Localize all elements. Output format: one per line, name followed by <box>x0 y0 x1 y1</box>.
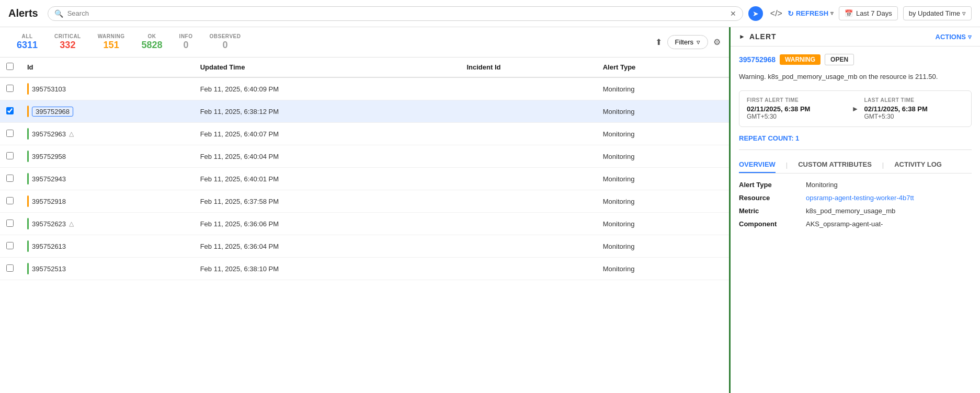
stat-critical[interactable]: CRITICAL 332 <box>46 31 89 53</box>
tab-custom-attributes[interactable]: CUSTOM ATTRIBUTES <box>798 157 872 173</box>
filters-caret-icon: ▿ <box>697 38 700 46</box>
sort-button[interactable]: by Updated Time ▿ <box>903 6 972 20</box>
alert-message: Warning. k8s_pod_memory_usage_mb on the … <box>739 72 972 82</box>
row-checkbox-cell[interactable] <box>0 213 21 235</box>
select-all-header[interactable] <box>0 57 21 77</box>
col-id[interactable]: Id <box>21 57 194 77</box>
repeat-count-value: 1 <box>795 134 799 142</box>
col-incident[interactable]: Incident Id <box>460 57 596 77</box>
row-checkbox[interactable] <box>6 219 14 227</box>
row-id-cell[interactable]: 395752513 <box>21 258 194 280</box>
row-updated-time: Feb 11, 2025, 6:37:58 PM <box>194 190 461 213</box>
clear-search-icon[interactable]: ✕ <box>730 9 736 18</box>
table-row[interactable]: 395752918 Feb 11, 2025, 6:37:58 PM Monit… <box>0 190 729 213</box>
detail-field-value[interactable]: opsramp-agent-testing-worker-4b7tt <box>806 194 914 202</box>
row-checkbox[interactable] <box>6 175 14 182</box>
row-updated-time: Feb 11, 2025, 6:36:06 PM <box>194 213 461 235</box>
row-id-cell[interactable]: 395752623 △ <box>21 213 194 235</box>
row-alert-type: Monitoring <box>597 213 729 235</box>
stat-info[interactable]: INFO 0 <box>171 31 201 53</box>
row-checkbox[interactable] <box>6 107 14 114</box>
severity-indicator <box>27 106 29 117</box>
detail-row: Alert Type Monitoring <box>739 181 972 189</box>
table-row[interactable]: 395752623 △ Feb 11, 2025, 6:36:06 PM Mon… <box>0 213 729 235</box>
row-checkbox-cell[interactable] <box>0 258 21 280</box>
row-checkbox-cell[interactable] <box>0 123 21 145</box>
table-row[interactable]: 395752513 Feb 11, 2025, 6:38:10 PM Monit… <box>0 258 729 280</box>
table-row[interactable]: 395752958 Feb 11, 2025, 6:40:04 PM Monit… <box>0 145 729 168</box>
refresh-dropdown-icon[interactable]: ▿ <box>830 10 834 17</box>
share-icon[interactable]: ⬆ <box>655 37 662 47</box>
stat-all[interactable]: ALL 6311 <box>8 31 46 53</box>
alert-badges: 395752968 WARNING OPEN <box>739 54 972 65</box>
row-alert-type: Monitoring <box>597 258 729 280</box>
search-input[interactable] <box>67 9 726 17</box>
row-updated-time: Feb 11, 2025, 6:40:09 PM <box>194 77 461 100</box>
row-alert-type: Monitoring <box>597 100 729 123</box>
row-checkbox[interactable] <box>6 85 14 92</box>
col-alert-type[interactable]: Alert Type <box>597 57 729 77</box>
tab-activity-log[interactable]: ACTIVITY LOG <box>894 157 942 173</box>
stat-ok[interactable]: OK 5828 <box>133 31 171 53</box>
actions-label: ACTIONS <box>936 33 966 41</box>
alert-id: 395752613 <box>32 242 66 250</box>
col-updated[interactable]: Updated Time <box>194 57 461 77</box>
row-checkbox[interactable] <box>6 242 14 249</box>
row-checkbox-cell[interactable] <box>0 235 21 258</box>
tab-divider-1: | <box>786 157 788 173</box>
actions-button[interactable]: ACTIONS ▿ <box>936 33 972 41</box>
row-checkbox-cell[interactable] <box>0 100 21 123</box>
left-panel: ALL 6311 CRITICAL 332 WARNING 151 OK 582… <box>0 27 729 393</box>
detail-field-value: k8s_pod_memory_usage_mb <box>806 207 895 215</box>
row-incident-id <box>460 235 596 258</box>
table-row[interactable]: 395752968 Feb 11, 2025, 6:38:12 PM Monit… <box>0 100 729 123</box>
severity-indicator <box>27 128 29 140</box>
table-row[interactable]: 395752943 Feb 11, 2025, 6:40:01 PM Monit… <box>0 168 729 190</box>
row-incident-id <box>460 190 596 213</box>
tab-overview[interactable]: OVERVIEW <box>739 157 776 173</box>
severity-indicator <box>27 263 29 274</box>
row-checkbox[interactable] <box>6 264 14 272</box>
row-id-cell[interactable]: 395752958 <box>21 145 194 168</box>
row-checkbox-cell[interactable] <box>0 190 21 213</box>
row-id-cell[interactable]: 395752943 <box>21 168 194 190</box>
row-id-cell[interactable]: 395752613 <box>21 235 194 258</box>
row-id-cell[interactable]: 395752918 <box>21 190 194 213</box>
row-checkbox[interactable] <box>6 197 14 204</box>
row-id-cell[interactable]: 395753103 <box>21 77 194 100</box>
detail-panel-body: 395752968 WARNING OPEN Warning. k8s_pod_… <box>731 47 980 393</box>
stat-observed[interactable]: OBSERVED 0 <box>201 31 249 53</box>
row-updated-time: Feb 11, 2025, 6:38:12 PM <box>194 100 461 123</box>
row-checkbox[interactable] <box>6 130 14 137</box>
code-icon[interactable]: </> <box>770 9 782 18</box>
row-checkbox[interactable] <box>6 152 14 159</box>
row-id-cell[interactable]: 395752963 △ <box>21 123 194 145</box>
table-row[interactable]: 395753103 Feb 11, 2025, 6:40:09 PM Monit… <box>0 77 729 100</box>
row-updated-time: Feb 11, 2025, 6:38:10 PM <box>194 258 461 280</box>
row-checkbox-cell[interactable] <box>0 77 21 100</box>
detail-panel-header: ► ALERT ACTIONS ▿ <box>731 27 980 47</box>
alert-id: 395752963 <box>32 130 66 138</box>
row-checkbox-cell[interactable] <box>0 145 21 168</box>
refresh-label: REFRESH <box>796 9 828 17</box>
alert-type-icon: △ <box>69 220 74 227</box>
filters-button[interactable]: Filters ▿ <box>667 35 708 49</box>
row-alert-type: Monitoring <box>597 77 729 100</box>
row-id-cell[interactable]: 395752968 <box>21 100 194 123</box>
settings-icon[interactable]: ⚙ <box>713 37 721 47</box>
row-alert-type: Monitoring <box>597 123 729 145</box>
row-checkbox-cell[interactable] <box>0 168 21 190</box>
header-actions: ↻ REFRESH ▿ 📅 Last 7 Days by Updated Tim… <box>788 6 972 20</box>
repeat-count: REPEAT COUNT: 1 <box>739 134 972 150</box>
search-go-button[interactable]: ➤ <box>748 6 763 21</box>
select-all-checkbox[interactable] <box>6 63 14 70</box>
stats-bar: ALL 6311 CRITICAL 332 WARNING 151 OK 582… <box>0 27 729 57</box>
alert-id-badge[interactable]: 395752968 <box>739 55 776 64</box>
refresh-button[interactable]: ↻ REFRESH ▿ <box>788 9 834 18</box>
time-range-button[interactable]: 📅 Last 7 Days <box>839 6 898 20</box>
app-title: Alerts <box>8 7 38 19</box>
table-row[interactable]: 395752963 △ Feb 11, 2025, 6:40:07 PM Mon… <box>0 123 729 145</box>
expand-icon[interactable]: ► <box>739 33 745 40</box>
stat-warning[interactable]: WARNING 151 <box>89 31 133 53</box>
table-row[interactable]: 395752613 Feb 11, 2025, 6:36:04 PM Monit… <box>0 235 729 258</box>
